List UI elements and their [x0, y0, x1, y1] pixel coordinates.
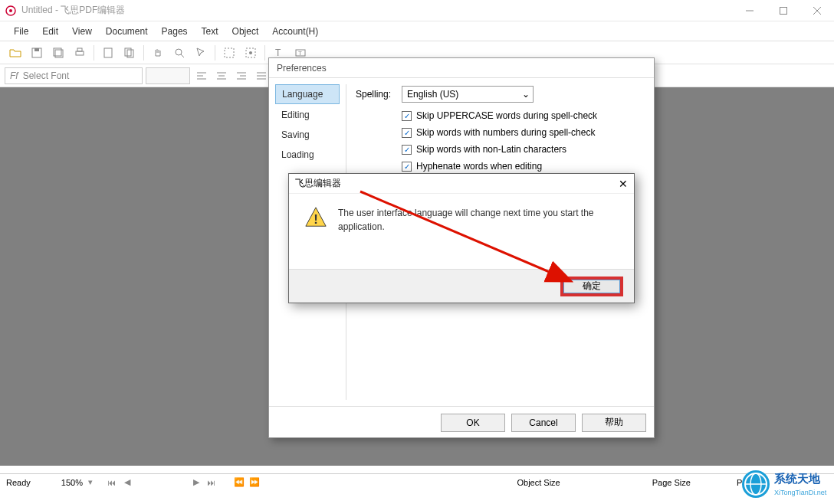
menu-object[interactable]: Object — [226, 23, 265, 40]
status-ready: Ready — [6, 478, 31, 487]
svg-rect-10 — [76, 51, 84, 55]
align-left-icon[interactable] — [193, 67, 210, 84]
svg-line-16 — [181, 54, 184, 57]
undo-nav-icon[interactable]: ⏪ — [232, 476, 246, 489]
nav-language[interactable]: Language — [275, 84, 340, 104]
menubar: File Edit View Document Pages Text Objec… — [0, 21, 834, 41]
svg-point-1 — [9, 9, 12, 12]
font-placeholder: Select Font — [23, 70, 70, 81]
spelling-value: English (US) — [407, 89, 458, 100]
check-hyphenate[interactable]: ✓Hyphenate words when editing — [402, 161, 645, 172]
last-page-icon[interactable]: ⏭ — [205, 476, 218, 489]
hand-icon[interactable] — [149, 44, 167, 62]
svg-text:!: ! — [314, 212, 318, 227]
first-page-icon[interactable]: ⏮ — [105, 476, 119, 489]
menu-pages[interactable]: Pages — [156, 23, 194, 40]
check-nonlatin[interactable]: ✓Skip words with non-Latin characters — [402, 144, 645, 155]
statusbar: Ready 150% ▾ ⏮ ◀ ▶ ⏭ ⏪ ⏩ Object Size Pag… — [0, 473, 834, 490]
font-family-icon: Ff — [10, 70, 18, 81]
status-preview: Preview — [737, 478, 767, 487]
svg-rect-7 — [34, 48, 39, 51]
app-icon — [5, 5, 17, 17]
open-icon[interactable] — [6, 44, 25, 62]
check-numbers-label: Skip words with numbers during spell-che… — [416, 127, 595, 138]
check-numbers[interactable]: ✓Skip words with numbers during spell-ch… — [402, 127, 645, 138]
status-zoom[interactable]: 150% — [61, 478, 83, 487]
window-title: Untitled - 飞思PDF编辑器 — [21, 4, 733, 17]
warning-icon: ! — [304, 206, 327, 229]
save-icon[interactable] — [28, 44, 46, 62]
pages-icon[interactable] — [120, 44, 139, 62]
close-button[interactable] — [800, 0, 834, 21]
check-uppercase-label: Skip UPPERCASE words during spell-check — [416, 110, 597, 121]
alert-dialog: 飞思编辑器 ✕ ! The user interface language wi… — [288, 173, 635, 303]
preferences-title: Preferences — [269, 58, 654, 78]
svg-rect-17 — [225, 48, 234, 57]
nav-loading[interactable]: Loading — [275, 146, 340, 164]
pref-help-button[interactable]: 帮助 — [582, 414, 646, 432]
menu-file[interactable]: File — [8, 23, 34, 40]
align-right-icon[interactable] — [233, 67, 250, 84]
chevron-down-icon: ⌄ — [522, 89, 530, 100]
menu-edit[interactable]: Edit — [36, 23, 64, 40]
pref-ok-button[interactable]: OK — [441, 414, 505, 432]
spelling-select[interactable]: English (US) ⌄ — [402, 86, 534, 103]
check-nonlatin-label: Skip words with non-Latin characters — [416, 144, 566, 155]
zoom-icon[interactable] — [170, 44, 189, 62]
svg-rect-11 — [77, 48, 82, 51]
menu-text[interactable]: Text — [195, 23, 225, 40]
align-center-icon[interactable] — [213, 67, 230, 84]
status-page-size: Page Size — [652, 478, 691, 487]
minimize-button[interactable] — [733, 0, 767, 21]
alert-close-button[interactable]: ✕ — [619, 178, 628, 190]
saveas-icon[interactable] — [49, 44, 67, 62]
align-justify-icon[interactable] — [253, 67, 270, 84]
page-icon[interactable] — [99, 44, 117, 62]
font-size-select[interactable] — [146, 67, 190, 84]
font-select[interactable]: Ff Select Font — [5, 67, 143, 84]
titlebar: Untitled - 飞思PDF编辑器 — [0, 0, 834, 21]
svg-text:T: T — [298, 50, 302, 57]
nav-saving[interactable]: Saving — [275, 126, 340, 144]
next-page-icon[interactable]: ▶ — [189, 476, 203, 489]
spelling-label: Spelling: — [356, 89, 402, 100]
prev-page-icon[interactable]: ◀ — [120, 476, 134, 489]
alert-ok-button[interactable]: 确定 — [560, 277, 623, 296]
alert-message: The user interface language will change … — [338, 206, 619, 234]
pref-cancel-button[interactable]: Cancel — [511, 414, 576, 432]
nav-editing[interactable]: Editing — [275, 106, 340, 124]
menu-document[interactable]: Document — [100, 23, 154, 40]
status-object-size: Object Size — [517, 478, 560, 487]
zoom-dropdown-icon[interactable]: ▾ — [84, 476, 97, 489]
print-icon[interactable] — [71, 44, 89, 62]
svg-point-15 — [176, 49, 182, 55]
pointer-icon[interactable] — [192, 44, 210, 62]
svg-point-19 — [249, 51, 252, 54]
select-icon[interactable] — [220, 44, 238, 62]
menu-view[interactable]: View — [66, 23, 98, 40]
alert-title: 飞思编辑器 — [295, 177, 341, 190]
svg-rect-3 — [780, 7, 787, 14]
select2-icon[interactable] — [241, 44, 260, 62]
check-uppercase[interactable]: ✓Skip UPPERCASE words during spell-check — [402, 110, 645, 121]
check-hyphenate-label: Hyphenate words when editing — [416, 161, 542, 172]
menu-account[interactable]: Account(H) — [266, 23, 324, 40]
svg-rect-12 — [104, 48, 112, 57]
maximize-button[interactable] — [767, 0, 800, 21]
svg-text:T: T — [275, 47, 281, 58]
redo-nav-icon[interactable]: ⏩ — [248, 476, 261, 489]
